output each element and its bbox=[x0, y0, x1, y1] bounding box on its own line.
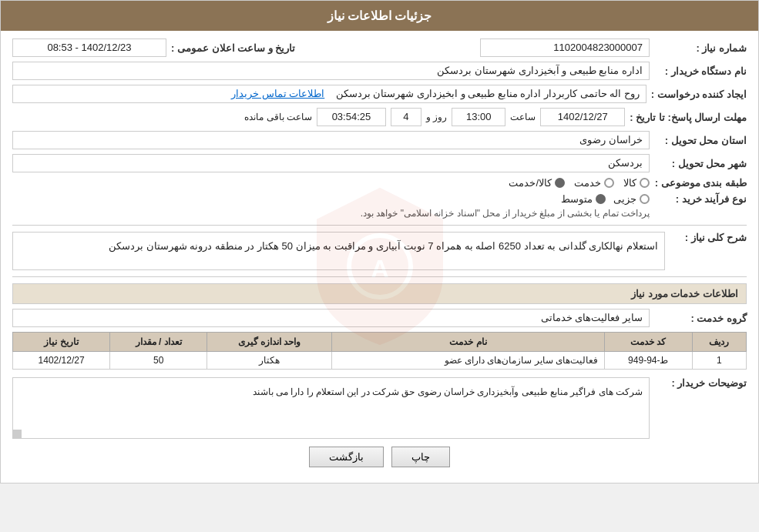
row-process-type: نوع فرآیند خرید : جزیی متوسط پرداخت تمام… bbox=[12, 193, 747, 219]
creator-value: روح اله حاتمی کاربردار اداره منابع طبیعی… bbox=[12, 85, 646, 103]
row-buyer-notes: توضیحات خریدار : شرکت های فراگیر منابع ط… bbox=[12, 377, 747, 439]
description-box: استعلام نهالکاری گلدانی به تعداد 6250 اص… bbox=[12, 232, 665, 270]
category-label: طبقه بندی موضوعی : bbox=[654, 177, 747, 189]
print-button[interactable]: چاپ bbox=[391, 447, 450, 467]
buttons-row: چاپ بازگشت bbox=[12, 447, 747, 467]
table-row: 1 ط-94-949 فعالیت‌های سایر سازمان‌های دا… bbox=[13, 352, 747, 370]
cell-unit: هکتار bbox=[207, 352, 332, 370]
buyer-notes-text: شرکت های فراگیر منابع طبیعی وآبخیزداری خ… bbox=[253, 386, 643, 397]
category-kala-radio[interactable] bbox=[640, 178, 650, 188]
deadline-remaining: 03:54:25 bbox=[317, 108, 386, 126]
row-buyer-org: نام دستگاه خریدار : اداره منابع طبیعی و … bbox=[12, 62, 747, 80]
process-motavaset-label: متوسط bbox=[561, 193, 593, 205]
service-group-value: سایر فعالیت‌های خدماتی bbox=[12, 309, 650, 327]
category-kala-khedmat-item[interactable]: کالا/خدمت bbox=[509, 177, 565, 189]
back-button[interactable]: بازگشت bbox=[309, 447, 384, 467]
services-table: ردیف کد خدمت نام خدمت واحد اندازه گیری ت… bbox=[12, 332, 747, 370]
buyer-notes-label: توضیحات خریدار : bbox=[654, 377, 747, 389]
col-name: نام خدمت bbox=[331, 333, 604, 352]
category-khedmat-item[interactable]: خدمت bbox=[574, 177, 614, 189]
page-title: جزئیات اطلاعات نیاز bbox=[1, 1, 758, 31]
row-city: شهر محل تحویل : بردسکن bbox=[12, 154, 747, 172]
col-code: کد خدمت bbox=[605, 333, 693, 352]
row-service-group: گروه خدمت : سایر فعالیت‌های خدماتی bbox=[12, 309, 747, 327]
deadline-time-label: ساعت bbox=[510, 112, 536, 122]
deadline-remaining-label: ساعت باقی مانده bbox=[244, 112, 312, 122]
buyer-org-label: نام دستگاه خریدار : bbox=[654, 65, 747, 77]
category-kala-khedmat-radio[interactable] bbox=[555, 178, 565, 188]
process-jozi-item[interactable]: جزیی bbox=[613, 193, 650, 205]
divider-1 bbox=[12, 225, 747, 226]
need-number-value: 1102004823000007 bbox=[480, 38, 650, 57]
category-khedmat-radio[interactable] bbox=[604, 178, 614, 188]
cell-row: 1 bbox=[692, 352, 746, 370]
category-radio-group: کالا خدمت کالا/خدمت bbox=[509, 177, 650, 189]
process-jozi-radio[interactable] bbox=[640, 194, 650, 204]
cell-code: ط-94-949 bbox=[605, 352, 693, 370]
deadline-label: مهلت ارسال پاسخ: تا تاریخ : bbox=[630, 112, 747, 123]
row-province: استان محل تحویل : خراسان رضوی bbox=[12, 131, 747, 149]
cell-amount: 50 bbox=[110, 352, 207, 370]
announce-date-label: تاریخ و ساعت اعلان عمومی : bbox=[171, 42, 295, 54]
header-title-text: جزئیات اطلاعات نیاز bbox=[327, 9, 432, 22]
resize-handle[interactable] bbox=[12, 430, 22, 439]
service-group-label: گروه خدمت : bbox=[654, 313, 747, 324]
province-label: استان محل تحویل : bbox=[654, 135, 747, 146]
buyer-notes-box: شرکت های فراگیر منابع طبیعی وآبخیزداری خ… bbox=[12, 377, 650, 439]
row-category: طبقه بندی موضوعی : کالا خدمت کالا/خدمت bbox=[12, 177, 747, 189]
process-note: پرداخت تمام یا بخشی از مبلغ خریدار از مح… bbox=[12, 208, 650, 219]
category-khedmat-label: خدمت bbox=[574, 177, 601, 189]
col-date: تاریخ نیاز bbox=[13, 333, 110, 352]
category-kala-khedmat-label: کالا/خدمت bbox=[509, 177, 552, 189]
need-number-label: شماره نیاز : bbox=[654, 42, 747, 54]
process-row-1: جزیی متوسط bbox=[12, 193, 650, 205]
col-amount: تعداد / مقدار bbox=[110, 333, 207, 352]
process-motavaset-item[interactable]: متوسط bbox=[561, 193, 606, 205]
category-kala-item[interactable]: کالا bbox=[623, 177, 650, 189]
city-label: شهر محل تحویل : bbox=[654, 158, 747, 169]
process-motavaset-radio[interactable] bbox=[596, 194, 606, 204]
process-label: نوع فرآیند خرید : bbox=[654, 193, 747, 205]
creator-label: ایجاد کننده درخواست : bbox=[651, 89, 747, 100]
col-row: ردیف bbox=[692, 333, 746, 352]
city-value: بردسکن bbox=[12, 154, 650, 172]
row-deadline: مهلت ارسال پاسخ: تا تاریخ : 1402/12/27 س… bbox=[12, 108, 747, 126]
services-section-title: اطلاعات خدمات مورد نیاز bbox=[12, 283, 747, 304]
buyer-org-value: اداره منابع طبیعی و آبخیزداری شهرستان بر… bbox=[12, 62, 650, 80]
main-content: شماره نیاز : 1102004823000007 تاریخ و سا… bbox=[1, 31, 758, 483]
deadline-days-label: روز و bbox=[426, 112, 447, 122]
contact-link[interactable]: اطلاعات تماس خریدار bbox=[231, 88, 324, 99]
province-value: خراسان رضوی bbox=[12, 131, 650, 149]
description-text: استعلام نهالکاری گلدانی به تعداد 6250 اص… bbox=[109, 240, 658, 252]
cell-date: 1402/12/27 bbox=[13, 352, 110, 370]
divider-2 bbox=[12, 276, 747, 277]
process-jozi-label: جزیی bbox=[613, 193, 636, 205]
row-need-number: شماره نیاز : 1102004823000007 تاریخ و سا… bbox=[12, 38, 747, 57]
process-options: جزیی متوسط پرداخت تمام یا بخشی از مبلغ خ… bbox=[12, 193, 650, 219]
deadline-days: 4 bbox=[391, 108, 421, 126]
deadline-date: 1402/12/27 bbox=[540, 108, 625, 126]
description-label: شرح کلی نیاز : bbox=[670, 232, 747, 243]
row-creator: ایجاد کننده درخواست : روح اله حاتمی کارب… bbox=[12, 85, 747, 103]
cell-name: فعالیت‌های سایر سازمان‌های دارای عضو bbox=[331, 352, 604, 370]
row-description: شرح کلی نیاز : استعلام نهالکاری گلدانی ب… bbox=[12, 232, 747, 270]
announce-date-value: 1402/12/23 - 08:53 bbox=[12, 38, 166, 57]
page-wrapper: A جزئیات اطلاعات نیاز شماره نیاز : 11020… bbox=[0, 0, 759, 483]
category-kala-label: کالا bbox=[623, 177, 636, 189]
col-unit: واحد اندازه گیری bbox=[207, 333, 332, 352]
deadline-time: 13:00 bbox=[452, 108, 505, 126]
